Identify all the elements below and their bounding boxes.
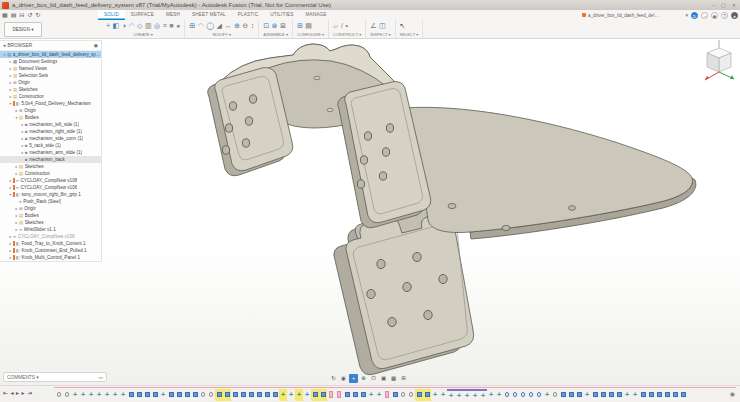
tab-solid[interactable]: SOLID xyxy=(98,10,125,20)
new-sketch-icon[interactable]: + xyxy=(106,21,110,31)
tree-row[interactable]: ▸∞WristSlider v1.1 xyxy=(0,226,101,233)
tree-row[interactable]: ▸◧Food_Tray_to_Knob_Content 1 xyxy=(0,240,101,247)
extrude-feature-icon[interactable] xyxy=(255,389,263,401)
sketch-feature-icon[interactable] xyxy=(55,389,63,401)
tree-row[interactable]: ▸▤Sketches xyxy=(0,163,101,170)
draft-icon[interactable]: ◢ xyxy=(217,21,222,31)
joint-feature-icon[interactable]: + xyxy=(631,389,639,401)
toolbar-group-label[interactable]: MODIFY ▾ xyxy=(189,32,254,38)
comments-bar[interactable]: COMMENTS ▾ ▭ xyxy=(3,372,107,382)
extrude-feature-icon[interactable] xyxy=(191,389,199,401)
joint-feature-icon[interactable]: + xyxy=(487,389,495,401)
extrude-feature-highlighted-icon[interactable] xyxy=(311,389,319,401)
hole-icon[interactable]: ◎ xyxy=(154,21,160,31)
config-table-icon[interactable]: ▤ xyxy=(305,21,312,31)
revolve-feature-icon[interactable] xyxy=(519,389,527,401)
tab-sheet-metal[interactable]: SHEET METAL xyxy=(186,10,232,20)
extrude-feature-icon[interactable] xyxy=(391,389,399,401)
fillet-icon[interactable]: ◠ xyxy=(198,21,204,31)
undo-icon[interactable]: ↺ xyxy=(27,10,32,20)
joint-feature-icon[interactable]: + xyxy=(159,389,167,401)
save-icon[interactable]: ⊟ xyxy=(19,10,24,20)
loft-icon[interactable]: ◇ xyxy=(137,21,142,31)
tab-mesh[interactable]: MESH xyxy=(160,10,186,20)
caret-down-icon[interactable]: ▾ xyxy=(685,12,688,18)
grouped-joint-feature-icon[interactable]: + xyxy=(463,389,471,401)
tree-row[interactable]: ▸▤Sketches xyxy=(0,219,101,226)
tree-row[interactable]: ▸■5_rack_side (1) xyxy=(0,142,101,149)
joint-icon[interactable]: ⊗ xyxy=(272,21,278,31)
extrude-feature-icon[interactable] xyxy=(615,389,623,401)
joint-feature-icon[interactable]: + xyxy=(303,389,311,401)
workspace-switcher[interactable]: DESIGN ▾ xyxy=(4,22,42,37)
extrude-icon[interactable]: ◧ xyxy=(113,21,120,31)
extrude-feature-icon[interactable] xyxy=(591,389,599,401)
joint-feature-highlighted-icon[interactable]: + xyxy=(279,389,287,401)
extrude-feature-icon[interactable] xyxy=(247,389,255,401)
data-panel-icon[interactable]: ▦ xyxy=(2,10,8,20)
extrude-feature-icon[interactable] xyxy=(231,389,239,401)
revolve-icon[interactable]: ◑ xyxy=(122,21,126,31)
go-to-end-icon[interactable]: ⇥ xyxy=(27,389,32,396)
joint-feature-icon[interactable]: + xyxy=(95,389,103,401)
tree-row[interactable]: ▾▤Bodies xyxy=(0,114,101,121)
extrude-feature-icon[interactable] xyxy=(343,389,351,401)
extrude-feature-icon[interactable] xyxy=(127,389,135,401)
toolbar-group-label[interactable]: INSPECT ▾ xyxy=(370,32,390,38)
grouped-joint-feature-icon[interactable]: + xyxy=(455,389,463,401)
offset-face-icon[interactable]: ⊖ xyxy=(242,21,248,31)
tree-row[interactable]: ▸▤Bodies xyxy=(0,212,101,219)
extrude-feature-icon[interactable] xyxy=(599,389,607,401)
extrude-feature-icon[interactable] xyxy=(559,389,567,401)
tree-row[interactable]: ▸■mechanism_left_side (1) xyxy=(0,121,101,128)
toolbar-group-label[interactable]: CONSTRUCT ▾ xyxy=(333,32,361,38)
clock-icon[interactable]: ◔ xyxy=(701,12,708,19)
tree-row[interactable]: ▾◧sony_mount_right_8in_grip 1 xyxy=(0,191,101,198)
tree-row[interactable]: ▾◧5.0x4_Food_Delivery_Mechanism xyxy=(0,100,101,107)
extrude-feature-icon[interactable] xyxy=(239,389,247,401)
point-icon[interactable]: • xyxy=(345,21,347,31)
new-component-icon[interactable]: ⊡ xyxy=(263,21,269,31)
configuration-icon[interactable]: ⊞ xyxy=(297,21,303,31)
tree-row[interactable]: ▸■mechanism_side_conn (1) xyxy=(0,135,101,142)
extrude-feature-icon[interactable] xyxy=(175,389,183,401)
viewcube[interactable] xyxy=(705,40,734,80)
joint-feature-icon[interactable]: + xyxy=(439,389,447,401)
cylinder-icon[interactable]: ● xyxy=(176,21,180,31)
grouped-joint-feature-icon[interactable]: + xyxy=(447,389,455,401)
extrude-feature-icon[interactable] xyxy=(671,389,679,401)
tree-row[interactable]: ▸▤Named Views xyxy=(0,65,101,72)
sketch-feature-icon[interactable] xyxy=(399,389,407,401)
minimize-button[interactable]: – xyxy=(712,2,715,8)
document-tab[interactable]: a_driver_box_lid_dash_feed_delivery_syst… xyxy=(582,10,660,20)
tree-row[interactable]: ▸◧Knob_Multi_Control_Panel 1 xyxy=(0,254,101,261)
maximize-button[interactable]: ▢ xyxy=(721,2,726,8)
move-copy-icon[interactable]: ↕ xyxy=(251,21,255,31)
extrude-feature-icon[interactable] xyxy=(639,389,647,401)
tree-row[interactable]: ●Push_Rack (Steel) xyxy=(0,198,101,205)
axis-icon[interactable]: / xyxy=(341,21,343,31)
close-button[interactable]: ✕ xyxy=(732,2,736,8)
toolbar-group-label[interactable]: CREATE ▾ xyxy=(106,32,180,38)
comment-bubble-icon[interactable]: ▭ xyxy=(98,375,103,380)
joint-feature-icon[interactable]: + xyxy=(375,389,383,401)
extrude-feature-icon[interactable] xyxy=(351,389,359,401)
shell-icon[interactable]: ◯ xyxy=(206,21,214,31)
collapse-panel-icon[interactable]: ◂ xyxy=(3,43,5,48)
rollback-marker-icon[interactable] xyxy=(383,389,391,401)
pan-icon[interactable]: + xyxy=(349,374,358,383)
sketch-feature-icon[interactable] xyxy=(407,389,415,401)
zoom-icon[interactable]: ⊕ xyxy=(359,374,368,383)
tree-row[interactable]: ▸▤Sketches xyxy=(0,86,101,93)
tree-row[interactable]: ▸∞CYCLOAY_CompNew v106 xyxy=(0,233,101,240)
joint-feature-icon[interactable]: + xyxy=(583,389,591,401)
job-status-icon[interactable]: ↻ xyxy=(691,12,698,19)
joint-feature-icon[interactable]: + xyxy=(543,389,551,401)
play-icon[interactable]: ▸ xyxy=(16,389,19,396)
timeline-options-gear-icon[interactable]: ◉ xyxy=(730,390,735,397)
extrude-feature-highlighted-icon[interactable] xyxy=(215,389,223,401)
sketch-feature-icon[interactable] xyxy=(207,389,215,401)
rollback-marker-icon[interactable] xyxy=(327,389,335,401)
extrude-feature-icon[interactable] xyxy=(167,389,175,401)
extrude-feature-highlighted-icon[interactable] xyxy=(415,389,423,401)
